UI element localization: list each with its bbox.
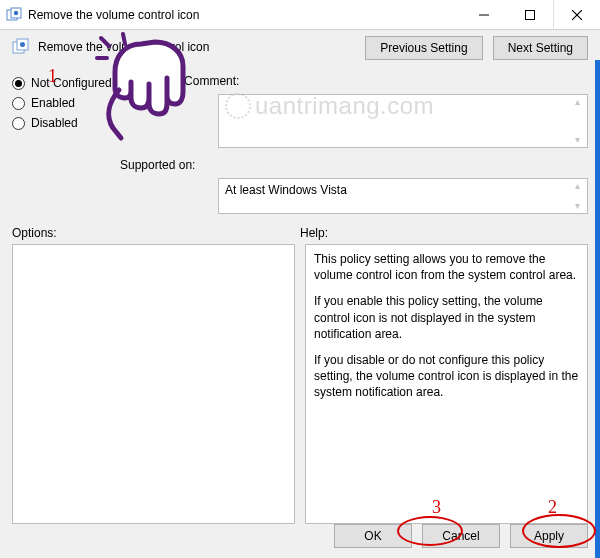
help-text-line: This policy setting allows you to remove… xyxy=(314,251,579,283)
annotation-oval-ok xyxy=(397,516,463,546)
help-panel: This policy setting allows you to remove… xyxy=(305,244,588,524)
annotation-oval-apply xyxy=(522,514,596,548)
scrollbar-stub: ▴▾ xyxy=(569,181,585,211)
previous-setting-button[interactable]: Previous Setting xyxy=(365,36,482,60)
watermark: uantrimang.com xyxy=(225,92,434,120)
watermark-gear-icon xyxy=(225,93,251,119)
window-controls xyxy=(461,0,600,30)
app-icon xyxy=(6,7,22,23)
title-bar: Remove the volume control icon xyxy=(0,0,600,30)
help-text-line: If you enable this policy setting, the v… xyxy=(314,293,579,342)
annotation-hand-icon xyxy=(95,32,195,142)
right-edge-strip xyxy=(595,60,600,558)
radio-label: Enabled xyxy=(31,96,75,110)
watermark-text: uantrimang.com xyxy=(255,92,434,120)
options-label: Options: xyxy=(12,226,300,240)
svg-rect-4 xyxy=(526,10,535,19)
policy-title: Remove the volume control icon xyxy=(38,40,353,54)
close-button[interactable] xyxy=(554,0,600,30)
radio-indicator xyxy=(12,77,25,90)
policy-icon xyxy=(12,38,30,56)
supported-on-label: Supported on: xyxy=(120,154,203,172)
help-text-line: If you disable or do not configure this … xyxy=(314,352,579,401)
supported-on-textbox: At least Windows Vista ▴▾ xyxy=(218,178,588,214)
next-setting-button[interactable]: Next Setting xyxy=(493,36,588,60)
supported-on-value: At least Windows Vista xyxy=(225,183,347,197)
minimize-button[interactable] xyxy=(461,0,507,30)
radio-label: Disabled xyxy=(31,116,78,130)
nav-buttons: Previous Setting Next Setting xyxy=(365,30,600,66)
radio-indicator xyxy=(12,97,25,110)
help-label: Help: xyxy=(300,226,588,240)
options-panel xyxy=(12,244,295,524)
window-title: Remove the volume control icon xyxy=(28,8,461,22)
scrollbar-stub: ▴▾ xyxy=(569,97,585,145)
svg-point-2 xyxy=(14,10,18,14)
radio-indicator xyxy=(12,117,25,130)
svg-point-9 xyxy=(20,42,25,47)
maximize-button[interactable] xyxy=(507,0,553,30)
